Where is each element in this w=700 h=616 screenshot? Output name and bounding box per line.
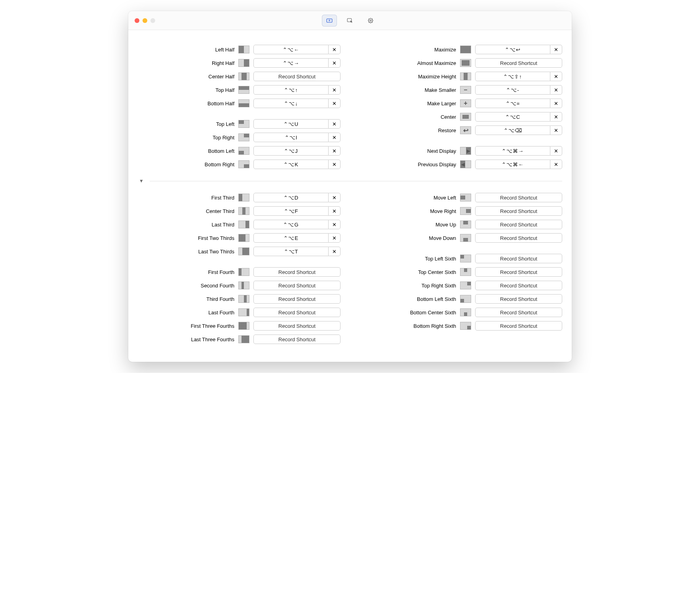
clear-shortcut-button[interactable]: ✕ [550,160,562,169]
shortcut-row-tr-sixth: Top Right SixthRecord Shortcut [360,279,562,292]
shortcut-recorder[interactable]: ⌃⌥↑ [253,85,329,95]
shortcut-recorder[interactable]: ⌃⌥⌫ [475,125,550,135]
clear-shortcut-button[interactable]: ✕ [550,112,562,122]
shortcut-recorder[interactable]: ⌃⌥G [253,220,329,229]
shortcut-row-first-two-thirds: First Two Thirds⌃⌥E✕ [138,231,340,245]
record-shortcut-button[interactable]: Record Shortcut [253,72,340,81]
shortcut-label: Move Left [434,195,456,201]
window-position-icon [460,308,471,316]
shortcut-field: ⌃⌥G✕ [253,220,340,229]
clear-shortcut-button[interactable]: ✕ [550,125,562,135]
clear-shortcut-button[interactable]: ✕ [329,160,340,169]
record-shortcut-button[interactable]: Record Shortcut [475,220,562,229]
shortcut-recorder[interactable]: ⌃⌥J [253,146,329,156]
clear-shortcut-button[interactable]: ✕ [329,99,340,108]
clear-shortcut-button[interactable]: ✕ [550,85,562,95]
shortcut-field: ⌃⌥T✕ [253,247,340,256]
clear-shortcut-button[interactable]: ✕ [550,99,562,108]
clear-shortcut-button[interactable]: ✕ [329,85,340,95]
tab-settings[interactable] [363,15,378,27]
shortcut-label: Move Right [430,208,456,214]
clear-shortcut-button[interactable]: ✕ [329,45,340,54]
disclosure-toggle[interactable]: ▼ [138,178,145,184]
zoom-window-button[interactable] [150,18,155,23]
shortcut-recorder[interactable]: ⌃⌥D [253,193,329,202]
minimize-window-button[interactable] [143,18,147,23]
shortcut-field: ⌃⌥U✕ [253,119,340,129]
record-shortcut-button[interactable]: Record Shortcut [253,267,340,277]
shortcut-recorder[interactable]: ⌃⌥K [253,160,329,169]
clear-shortcut-button[interactable]: ✕ [550,146,562,156]
record-shortcut-button[interactable]: Record Shortcut [475,233,562,243]
record-shortcut-button[interactable]: Record Shortcut [253,294,340,304]
record-shortcut-button[interactable]: Record Shortcut [253,308,340,317]
shortcut-label: Maximize [434,47,456,53]
shortcut-recorder[interactable]: ⌃⌥F [253,206,329,216]
shortcut-row-top-left: Top Left⌃⌥U✕ [138,117,340,131]
clear-shortcut-button[interactable]: ✕ [329,233,340,243]
record-shortcut-button[interactable]: Record Shortcut [253,335,340,344]
record-shortcut-button[interactable]: Record Shortcut [475,294,562,304]
shortcut-label: Next Display [427,148,456,154]
record-shortcut-button[interactable]: Record Shortcut [475,254,562,263]
record-shortcut-button[interactable]: Record Shortcut [253,281,340,290]
shortcut-field: ⌃⌥J✕ [253,146,340,156]
clear-shortcut-button[interactable]: ✕ [550,45,562,54]
window-position-icon [460,322,471,330]
record-shortcut-button[interactable]: Record Shortcut [475,308,562,317]
shortcut-field: Record Shortcut [475,206,562,216]
shortcut-group: Top Left⌃⌥U✕Top Right⌃⌥I✕Bottom Left⌃⌥J✕… [138,117,340,171]
shortcut-label: Bottom Right Sixth [413,323,456,329]
window-position-icon [238,221,249,228]
clear-shortcut-button[interactable]: ✕ [329,220,340,229]
shortcut-recorder[interactable]: ⌃⌥← [253,45,329,54]
record-shortcut-button[interactable]: Record Shortcut [475,267,562,277]
shortcut-recorder[interactable]: ⌃⌥E [253,233,329,243]
shortcut-field: Record Shortcut [253,281,340,290]
shortcut-recorder[interactable]: ⌃⌥⌘← [475,160,550,169]
record-shortcut-button[interactable]: Record Shortcut [475,193,562,202]
shortcut-row-make-larger: Make Larger+⌃⌥=✕ [360,97,562,110]
shortcut-field: ⌃⌥←✕ [253,45,340,54]
tab-snapping[interactable] [342,15,358,27]
window-position-icon [238,133,249,141]
clear-shortcut-button[interactable]: ✕ [329,119,340,129]
shortcut-recorder[interactable]: ⌃⌥↓ [253,99,329,108]
record-shortcut-button[interactable]: Record Shortcut [253,321,340,331]
shortcut-recorder[interactable]: ⌃⌥T [253,247,329,256]
preferences-window: ⌘ Left Half⌃⌥←✕Right Half⌃⌥→✕Center Half… [128,11,572,362]
shortcut-recorder[interactable]: ⌃⌥↩ [475,45,550,54]
shortcut-recorder[interactable]: ⌃⌥C [475,112,550,122]
record-shortcut-button[interactable]: Record Shortcut [475,58,562,68]
shortcut-recorder[interactable]: ⌃⌥⌘→ [475,146,550,156]
shortcut-recorder[interactable]: ⌃⌥I [253,133,329,142]
record-shortcut-button[interactable]: Record Shortcut [475,206,562,216]
clear-shortcut-button[interactable]: ✕ [550,72,562,81]
clear-shortcut-button[interactable]: ✕ [329,193,340,202]
window-position-icon: ↩ [460,126,471,134]
shortcut-label: Bottom Half [207,101,234,106]
shortcut-group: Left Half⌃⌥←✕Right Half⌃⌥→✕Center HalfRe… [138,43,340,110]
shortcut-recorder[interactable]: ⌃⌥⇧↑ [475,72,550,81]
shortcut-field: ⌃⌥C✕ [475,112,562,122]
clear-shortcut-button[interactable]: ✕ [329,133,340,142]
shortcut-recorder[interactable]: ⌃⌥= [475,99,550,108]
shortcut-label: Last Two Thirds [198,249,234,255]
shortcut-recorder[interactable]: ⌃⌥→ [253,58,329,68]
record-shortcut-button[interactable]: Record Shortcut [475,321,562,331]
clear-shortcut-button[interactable]: ✕ [329,58,340,68]
clear-shortcut-button[interactable]: ✕ [329,146,340,156]
tab-shortcuts[interactable]: ⌘ [322,15,337,27]
clear-shortcut-button[interactable]: ✕ [329,206,340,216]
shortcut-row-first-three-fourths: First Three FourthsRecord Shortcut [138,319,340,333]
shortcut-recorder[interactable]: ⌃⌥- [475,85,550,95]
clear-shortcut-button[interactable]: ✕ [329,247,340,256]
shortcut-recorder[interactable]: ⌃⌥U [253,119,329,129]
shortcut-label: Last Three Fourths [191,337,234,342]
window-position-icon [460,268,471,276]
section-divider: ▼ [138,178,562,184]
shortcut-row-first-third: First Third⌃⌥D✕ [138,191,340,204]
window-position-icon [460,221,471,228]
record-shortcut-button[interactable]: Record Shortcut [475,281,562,290]
close-window-button[interactable] [135,18,139,23]
